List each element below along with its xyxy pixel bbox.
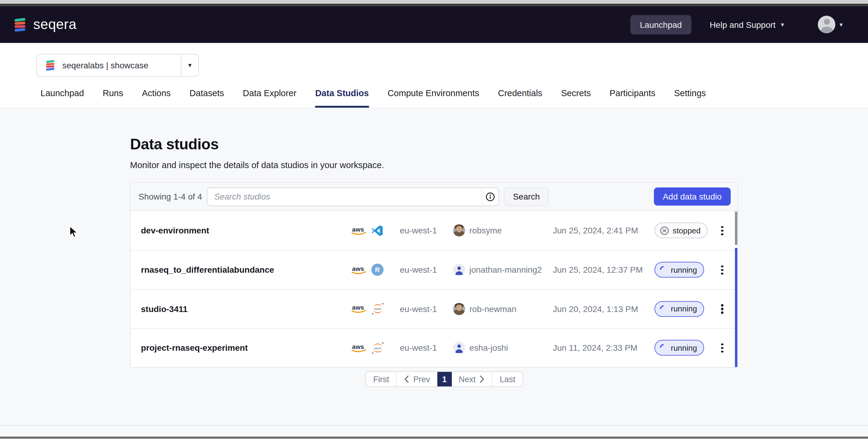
tab-datasets[interactable]: Datasets bbox=[189, 88, 224, 107]
user-avatar-icon bbox=[453, 342, 465, 354]
search-button[interactable]: Search bbox=[504, 187, 549, 206]
search-input[interactable] bbox=[208, 188, 482, 205]
seqera-logo-icon bbox=[12, 17, 28, 32]
workspace-header: seqeralabs | showcase ▼ Launchpad Runs A… bbox=[0, 43, 868, 108]
region-label: eu-west-1 bbox=[400, 304, 453, 314]
user-cell: robsyme bbox=[453, 225, 553, 237]
navbar-right: Launchpad Help and Support ▼ ▼ bbox=[630, 15, 844, 34]
tab-actions[interactable]: Actions bbox=[142, 88, 170, 107]
chevron-down-icon: ▼ bbox=[780, 22, 785, 28]
user-name: jonathan-manning2 bbox=[469, 265, 542, 275]
help-and-support-menu[interactable]: Help and Support ▼ bbox=[710, 20, 785, 29]
kebab-menu-button[interactable] bbox=[716, 340, 728, 356]
chevron-down-icon: ▼ bbox=[838, 22, 844, 28]
svg-text:jupyter: jupyter bbox=[374, 308, 381, 310]
aws-icon: aws bbox=[351, 265, 367, 275]
workspace-selector-main: seqeralabs | showcase bbox=[37, 55, 181, 76]
spinner-icon bbox=[658, 343, 669, 353]
pagination-prev[interactable]: Prev bbox=[397, 372, 438, 386]
aws-icon: aws bbox=[351, 304, 367, 314]
svg-text:aws: aws bbox=[352, 226, 364, 233]
mouse-cursor bbox=[69, 225, 79, 239]
table-row[interactable]: dev-environment aws eu-west-1 bbox=[131, 211, 737, 250]
status-label: running bbox=[671, 343, 697, 352]
studio-name[interactable]: rnaseq_to_differentialabundance bbox=[141, 265, 351, 275]
help-and-support-label: Help and Support bbox=[710, 20, 775, 29]
svg-text:R: R bbox=[375, 266, 380, 274]
spinner-icon bbox=[658, 265, 669, 275]
page-subtitle: Monitor and inspect the details of data … bbox=[130, 160, 384, 170]
studio-name[interactable]: studio-3411 bbox=[141, 304, 351, 314]
table-row[interactable]: rnaseq_to_differentialabundance aws R eu… bbox=[131, 250, 737, 289]
created-date: Jun 20, 2024, 1:13 PM bbox=[553, 304, 654, 314]
region-label: eu-west-1 bbox=[400, 226, 453, 236]
svg-text:jupyter: jupyter bbox=[374, 346, 381, 349]
workspace-label: seqeralabs | showcase bbox=[62, 60, 148, 70]
svg-text:aws: aws bbox=[352, 304, 364, 311]
studio-name[interactable]: project-rnaseq-experiment bbox=[141, 343, 351, 353]
user-avatar-icon bbox=[453, 264, 465, 276]
svg-text:aws: aws bbox=[352, 343, 364, 350]
bottom-chrome-strip bbox=[0, 437, 868, 439]
tab-compute-environments[interactable]: Compute Environments bbox=[388, 88, 479, 107]
environment-icons: aws jupyter bbox=[351, 341, 400, 355]
user-avatar bbox=[453, 303, 465, 315]
tab-participants[interactable]: Participants bbox=[610, 88, 655, 107]
tab-runs[interactable]: Runs bbox=[103, 88, 123, 107]
status-badge: running bbox=[654, 301, 704, 317]
status-label: stopped bbox=[673, 226, 701, 235]
user-cell: rob-newman bbox=[453, 303, 553, 315]
status-cell: running bbox=[654, 340, 713, 356]
menu-cell bbox=[713, 261, 732, 278]
user-menu[interactable]: ▼ bbox=[818, 16, 844, 33]
tab-launchpad[interactable]: Launchpad bbox=[40, 88, 84, 107]
add-data-studio-button[interactable]: Add data studio bbox=[654, 187, 731, 206]
tab-data-studios[interactable]: Data Studios bbox=[315, 88, 369, 107]
pagination-last[interactable]: Last bbox=[492, 372, 523, 386]
tab-settings[interactable]: Settings bbox=[674, 88, 706, 107]
tab-secrets[interactable]: Secrets bbox=[561, 88, 591, 107]
table-row[interactable]: project-rnaseq-experiment aws ju bbox=[131, 328, 737, 367]
user-name: robsyme bbox=[469, 226, 502, 236]
pagination-next-label: Next bbox=[459, 375, 476, 384]
table-toolbar: Showing 1-4 of 4 Search Add data studio bbox=[131, 183, 737, 211]
studio-name[interactable]: dev-environment bbox=[141, 226, 351, 236]
kebab-menu-button[interactable] bbox=[716, 261, 728, 278]
brand[interactable]: seqera bbox=[12, 16, 76, 33]
kebab-menu-button[interactable] bbox=[716, 301, 728, 317]
launchpad-button[interactable]: Launchpad bbox=[630, 15, 692, 34]
menu-cell bbox=[713, 301, 732, 317]
menu-cell bbox=[713, 222, 732, 239]
window-chrome-strip bbox=[0, 0, 868, 6]
page-content: Data studios Monitor and inspect the det… bbox=[0, 108, 868, 425]
pagination-current-page[interactable]: 1 bbox=[437, 372, 452, 386]
jupyter-icon: jupyter bbox=[371, 341, 385, 355]
scrollbar-thumb[interactable] bbox=[735, 212, 737, 245]
tab-credentials[interactable]: Credentials bbox=[498, 88, 542, 107]
chevron-right-icon bbox=[480, 376, 485, 383]
user-cell: esha-joshi bbox=[453, 342, 553, 354]
pagination-first[interactable]: First bbox=[366, 372, 397, 386]
data-studios-card: Showing 1-4 of 4 Search Add data studio bbox=[130, 182, 738, 368]
workspace-tabs: Launchpad Runs Actions Datasets Data Exp… bbox=[40, 88, 706, 107]
vscode-icon bbox=[371, 224, 383, 237]
tab-data-explorer[interactable]: Data Explorer bbox=[243, 88, 297, 107]
workspace-selector[interactable]: seqeralabs | showcase ▼ bbox=[36, 54, 199, 77]
status-badge: running bbox=[654, 262, 704, 278]
status-label: running bbox=[671, 265, 697, 275]
user-name: rob-newman bbox=[469, 304, 517, 314]
user-name: esha-joshi bbox=[469, 343, 508, 353]
region-label: eu-west-1 bbox=[400, 265, 453, 275]
kebab-menu-button[interactable] bbox=[716, 222, 728, 239]
workspace-caret-button[interactable]: ▼ bbox=[181, 55, 198, 76]
region-label: eu-west-1 bbox=[400, 343, 453, 353]
pagination-next[interactable]: Next bbox=[452, 372, 492, 386]
created-date: Jun 25, 2024, 2:41 PM bbox=[553, 226, 654, 236]
rstudio-icon: R bbox=[371, 263, 384, 277]
search-info-segment[interactable] bbox=[482, 188, 498, 205]
spinner-icon bbox=[658, 304, 669, 314]
circle-x-icon bbox=[660, 226, 669, 235]
created-date: Jun 11, 2024, 2:33 PM bbox=[553, 343, 654, 353]
chevron-left-icon bbox=[404, 376, 409, 383]
table-row[interactable]: studio-3411 aws jupyter bbox=[131, 289, 737, 328]
